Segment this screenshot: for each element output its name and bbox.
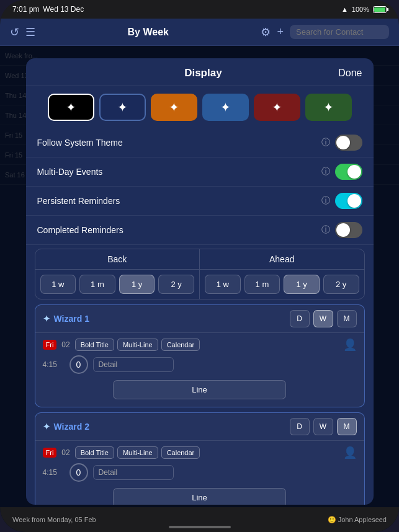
back-label: Back bbox=[35, 249, 200, 269]
done-button[interactable]: Done bbox=[338, 68, 362, 79]
theme-button-light-blue[interactable]: ✦ bbox=[202, 94, 249, 121]
wizard2-bold-title[interactable]: Bold Title bbox=[75, 446, 114, 459]
wizard1-w[interactable]: W bbox=[313, 310, 333, 327]
wizard1-header: ✦ Wizard 1 D W M bbox=[35, 305, 364, 333]
modal-overlay: Display Done ✦ ✦ ✦ ✦ ✦ ✦ Follow System T… bbox=[0, 46, 399, 532]
add-icon[interactable]: + bbox=[277, 25, 284, 38]
back-ahead-buttons: 1 w 1 m 1 y 2 y 1 w 1 m 1 y 2 y bbox=[35, 270, 364, 299]
battery-icon bbox=[373, 6, 387, 13]
wizard2-line-row: Line bbox=[43, 485, 357, 505]
setting-follow-system: Follow System Theme ⓘ bbox=[26, 128, 374, 157]
bottom-left-label: Week from Monday, 05 Feb bbox=[12, 516, 96, 523]
status-bar: 7:01 pm Wed 13 Dec ▲ 100% bbox=[0, 0, 399, 19]
wizard1-time: 4:15 bbox=[43, 360, 65, 369]
wizard2-time: 4:15 bbox=[43, 468, 65, 477]
wizard2-m[interactable]: M bbox=[337, 418, 357, 435]
wizard1-tags: Bold Title Multi-Line Calendar bbox=[75, 339, 200, 351]
wizard1-person-icon: 👤 bbox=[343, 338, 357, 352]
follow-system-label: Follow System Theme bbox=[37, 138, 321, 148]
theme-button-dark-red[interactable]: ✦ bbox=[254, 94, 300, 121]
wifi-icon: ▲ bbox=[341, 6, 348, 13]
wizard2-w[interactable]: W bbox=[313, 418, 333, 435]
ahead-1y[interactable]: 1 y bbox=[284, 275, 320, 294]
wizard1-calendar[interactable]: Calendar bbox=[161, 339, 200, 351]
toolbar-right: ⚙ + bbox=[261, 25, 389, 39]
multiday-toggle[interactable] bbox=[335, 164, 362, 180]
theme-button-black[interactable]: ✦ bbox=[48, 94, 94, 121]
toolbar-left: ↺ ☰ bbox=[10, 25, 35, 39]
ipad-frame: 7:01 pm Wed 13 Dec ▲ 100% ↺ ☰ By Week ⚙ … bbox=[0, 0, 399, 532]
toolbar: ↺ ☰ By Week ⚙ + bbox=[0, 19, 399, 46]
back-buttons: 1 w 1 m 1 y 2 y bbox=[35, 270, 200, 299]
theme-button-orange[interactable]: ✦ bbox=[151, 94, 197, 121]
modal-title: Display bbox=[68, 67, 339, 79]
persistent-label: Persistent Reminders bbox=[37, 196, 321, 206]
follow-system-info[interactable]: ⓘ bbox=[321, 137, 330, 148]
date: Wed 13 Dec bbox=[43, 5, 84, 14]
wizard1-d[interactable]: D bbox=[290, 310, 310, 327]
wizard2-person-icon: 👤 bbox=[343, 446, 357, 459]
ahead-2y[interactable]: 2 y bbox=[323, 275, 359, 294]
completed-info[interactable]: ⓘ bbox=[321, 224, 330, 236]
wizard2-section: ✦ Wizard 2 D W M Fri 02 Bold Title bbox=[35, 412, 365, 505]
back-1m[interactable]: 1 m bbox=[79, 275, 115, 294]
search-input[interactable] bbox=[290, 25, 389, 39]
wizard1-line[interactable]: Line bbox=[113, 380, 285, 399]
refresh-icon[interactable]: ↺ bbox=[10, 25, 19, 39]
back-1y[interactable]: 1 y bbox=[119, 275, 155, 294]
theme-button-dark-green[interactable]: ✦ bbox=[305, 94, 352, 121]
theme-button-dark-blue[interactable]: ✦ bbox=[99, 94, 146, 121]
wizard2-num: 02 bbox=[61, 448, 69, 457]
wizard2-body: Fri 02 Bold Title Multi-Line Calendar 👤 … bbox=[35, 441, 364, 505]
wizard2-line[interactable]: Line bbox=[113, 488, 285, 505]
follow-system-toggle[interactable] bbox=[335, 135, 362, 151]
wizard2-d[interactable]: D bbox=[290, 418, 310, 435]
back-1w[interactable]: 1 w bbox=[40, 275, 76, 294]
ahead-buttons: 1 w 1 m 1 y 2 y bbox=[200, 270, 364, 299]
wizard1-row2: 4:15 0 Detail bbox=[43, 355, 357, 374]
wizard2-title: ✦ Wizard 2 bbox=[43, 422, 89, 432]
wizard1-num-circle: 0 bbox=[69, 355, 88, 374]
status-right: ▲ 100% bbox=[341, 6, 387, 13]
wizard2-tags: Bold Title Multi-Line Calendar bbox=[75, 446, 200, 459]
persistent-info[interactable]: ⓘ bbox=[321, 195, 330, 206]
completed-label: Completed Reminders bbox=[37, 225, 321, 235]
wizard1-icon: ✦ bbox=[43, 314, 50, 324]
wizard1-m[interactable]: M bbox=[337, 310, 357, 327]
wizard1-detail[interactable]: Detail bbox=[93, 357, 174, 372]
setting-multiday: Multi-Day Events ⓘ bbox=[26, 157, 374, 187]
wizard1-bold-title[interactable]: Bold Title bbox=[75, 339, 114, 351]
home-indicator bbox=[169, 526, 231, 528]
back-ahead-header: Back Ahead bbox=[35, 249, 364, 270]
wizard1-fri: Fri bbox=[43, 340, 57, 350]
ahead-1m[interactable]: 1 m bbox=[244, 275, 280, 294]
display-modal: Display Done ✦ ✦ ✦ ✦ ✦ ✦ Follow System T… bbox=[26, 58, 374, 505]
wizard2-detail[interactable]: Detail bbox=[93, 465, 174, 480]
wizard1-dwm: D W M bbox=[290, 310, 357, 327]
ahead-1w[interactable]: 1 w bbox=[205, 275, 241, 294]
wizard2-num-circle: 0 bbox=[69, 463, 88, 482]
back-2y[interactable]: 2 y bbox=[158, 275, 194, 294]
multiday-info[interactable]: ⓘ bbox=[321, 166, 330, 177]
setting-completed: Completed Reminders ⓘ bbox=[26, 216, 374, 245]
modal-header: Display Done bbox=[26, 58, 374, 86]
bottom-bar: Week from Monday, 05 Feb 🙂 John Applesee… bbox=[0, 507, 399, 532]
persistent-toggle[interactable] bbox=[335, 193, 362, 209]
wizard1-multi-line[interactable]: Multi-Line bbox=[117, 339, 158, 351]
multiday-label: Multi-Day Events bbox=[37, 167, 321, 177]
time: 7:01 pm bbox=[12, 5, 39, 14]
wizard1-line-row: Line bbox=[43, 378, 357, 402]
wizard1-num: 02 bbox=[61, 340, 69, 349]
wizard2-multi-line[interactable]: Multi-Line bbox=[117, 446, 158, 459]
wizard2-icon: ✦ bbox=[43, 422, 50, 432]
wizard2-dwm: D W M bbox=[290, 418, 357, 435]
wizard2-header: ✦ Wizard 2 D W M bbox=[35, 413, 364, 441]
wizard1-row1: Fri 02 Bold Title Multi-Line Calendar 👤 bbox=[43, 338, 357, 352]
filter-icon[interactable]: ⚙ bbox=[261, 25, 271, 39]
wizard2-calendar[interactable]: Calendar bbox=[161, 446, 200, 459]
completed-toggle[interactable] bbox=[335, 222, 362, 238]
wizard2-fri: Fri bbox=[43, 448, 57, 458]
back-ahead-container: Back Ahead 1 w 1 m 1 y 2 y 1 w 1 m 1 y 2… bbox=[35, 249, 365, 299]
status-left: 7:01 pm Wed 13 Dec bbox=[12, 5, 84, 14]
menu-icon[interactable]: ☰ bbox=[25, 25, 35, 39]
